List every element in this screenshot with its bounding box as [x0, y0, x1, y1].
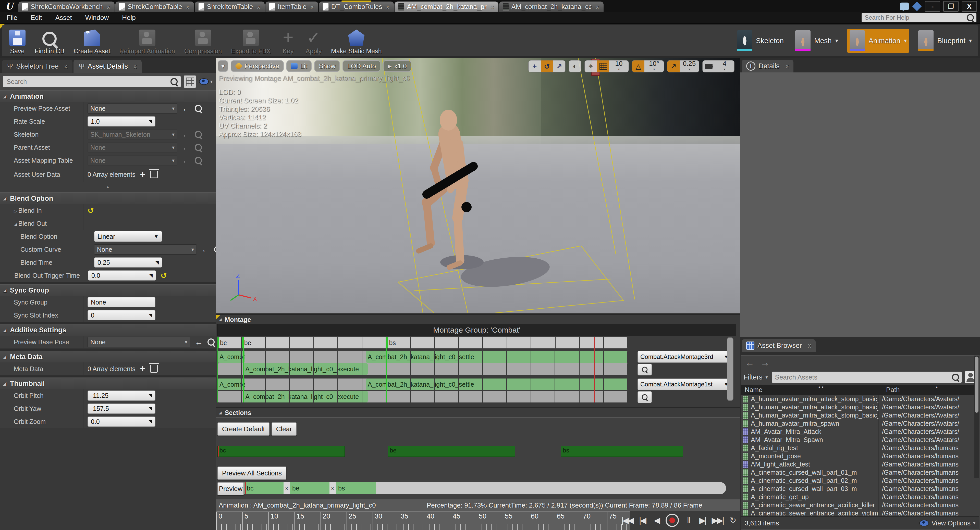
asset-row[interactable]: A_cinematic_cursed_wall_part_03_m /Game/…: [741, 485, 979, 493]
menu-item[interactable]: Edit: [24, 14, 49, 22]
toolbar-button[interactable]: Compression: [180, 27, 226, 55]
blend-time-input[interactable]: 0.25◥: [94, 257, 162, 268]
scale-tool-icon[interactable]: ↗: [553, 60, 565, 72]
back-icon[interactable]: ←: [745, 357, 754, 368]
delete-icon[interactable]: [150, 365, 158, 373]
browse-slot-icon[interactable]: [638, 391, 652, 403]
montage-segment[interactable]: A_combat_2h_katana_light_c0_settle: [366, 379, 628, 390]
column-path[interactable]: Path: [883, 386, 900, 394]
close-button[interactable]: X: [962, 1, 977, 12]
chevron-down-icon[interactable]: ▾: [969, 38, 972, 44]
chip-separator[interactable]: x: [283, 482, 290, 494]
toolbar-button[interactable]: Create Asset: [69, 27, 115, 55]
panel-tab[interactable]: Ψ Asset Details x: [73, 60, 142, 73]
asset-search-input[interactable]: [775, 373, 952, 382]
asset-row[interactable]: A_cinematic_sewer_entrance_acrifice_kill…: [741, 501, 979, 509]
montage-section-cell[interactable]: [531, 337, 555, 348]
translate-tool-icon[interactable]: +: [528, 60, 541, 72]
details-search-input[interactable]: [6, 78, 170, 86]
section-header-additive-settings[interactable]: ◢Additive Settings: [0, 324, 216, 336]
reset-to-default-icon[interactable]: ↺: [161, 271, 167, 280]
forward-icon[interactable]: →: [760, 357, 770, 368]
document-tab[interactable]: ItemTable x: [266, 2, 318, 12]
tab-close-icon[interactable]: x: [310, 3, 313, 11]
menu-item[interactable]: File: [0, 14, 24, 22]
montage-slot-row[interactable]: A_comba A_combat_2h_katana_light_c0_sett…: [218, 351, 628, 363]
asset-row[interactable]: AM_Avatar_Mitra_Spawn /Game/Characters/A…: [741, 436, 979, 444]
montage-segment[interactable]: A_combat_2h_katana_light_c0_execute: [243, 391, 368, 403]
use-selected-icon[interactable]: ←: [201, 245, 210, 254]
reset-to-default-icon[interactable]: ↺: [88, 206, 94, 215]
column-name[interactable]: Name: [741, 386, 883, 394]
tab-close-icon[interactable]: x: [386, 3, 389, 11]
preview-section-chip[interactable]: bs: [336, 482, 376, 494]
document-tab[interactable]: ShrekComboWorkbench x: [18, 2, 115, 12]
sync-slot-index-input[interactable]: 0◥: [88, 310, 156, 321]
rotation-snap-icon[interactable]: △: [632, 60, 644, 72]
add-element-icon[interactable]: +: [140, 172, 145, 177]
section-header-blend-option[interactable]: ◢Blend Option: [0, 192, 216, 204]
view-options-button[interactable]: View Options▾: [919, 519, 975, 527]
montage-section-cell[interactable]: [580, 337, 604, 348]
asset-row[interactable]: A_human_avatar_mitra_attack_stomp_basic_…: [741, 411, 979, 419]
tab-close-icon[interactable]: x: [491, 3, 494, 11]
scale-snap-value[interactable]: 0.25▾: [679, 60, 699, 72]
feedback-icon[interactable]: [900, 3, 909, 10]
filters-button[interactable]: Filters: [744, 373, 762, 381]
panel-tab[interactable]: Ψ Skeleton Tree x: [2, 60, 73, 73]
montage-section-cell[interactable]: [266, 337, 290, 348]
preview-base-pose-combo[interactable]: None▾: [88, 337, 190, 347]
montage-section-cell[interactable]: [555, 337, 580, 348]
transport-button[interactable]: [666, 514, 679, 527]
montage-segment[interactable]: A_comba: [218, 379, 245, 390]
scale-snap-icon[interactable]: ↗: [667, 60, 679, 72]
section-bar[interactable]: bc: [218, 446, 345, 457]
custom-curve-combo[interactable]: None▾: [94, 244, 197, 254]
editor-mode-button[interactable]: Skeleton: [735, 29, 786, 53]
collapse-advanced-button[interactable]: ▲: [0, 182, 216, 192]
surface-snap-icon[interactable]: ⌖: [585, 60, 597, 72]
rotate-tool-icon[interactable]: ↺: [541, 60, 553, 72]
tab-close-icon[interactable]: x: [596, 3, 599, 11]
montage-section-cell[interactable]: [314, 337, 339, 348]
create-default-button[interactable]: Create Default: [218, 422, 269, 436]
preview-section-chip[interactable]: bc: [245, 482, 285, 494]
montage-section-cell[interactable]: bs: [387, 337, 410, 348]
help-search-input[interactable]: [864, 14, 967, 21]
montage-section-cell[interactable]: [410, 337, 435, 348]
chevron-down-icon[interactable]: ▾: [835, 38, 838, 44]
tab-close-icon[interactable]: x: [134, 63, 137, 70]
montage-section-cell[interactable]: [508, 337, 531, 348]
world-local-toggle-icon[interactable]: ◐: [569, 60, 581, 72]
clear-button[interactable]: Clear: [272, 422, 297, 436]
montage-section-cell[interactable]: [459, 337, 483, 348]
montage-section-cell[interactable]: [604, 337, 628, 348]
montage-segment[interactable]: A_combat_2h_katana_light_c0_execute: [243, 363, 368, 375]
preview-pose-asset-combo[interactable]: None▾: [88, 103, 177, 114]
tab-asset-browser[interactable]: Asset Browser x: [741, 339, 816, 352]
asset-row[interactable]: AM_Avatar_Mitra_Attack /Game/Characters/…: [741, 427, 979, 436]
tab-close-icon[interactable]: x: [257, 3, 260, 11]
grid-snap-icon[interactable]: [597, 60, 609, 72]
preview-all-sections-button[interactable]: Preview All Sections: [218, 467, 286, 480]
toolbar-button[interactable]: Key: [275, 27, 301, 55]
tab-close-icon[interactable]: x: [64, 63, 67, 70]
browse-icon[interactable]: [207, 338, 215, 346]
section-bar[interactable]: bs: [561, 446, 683, 457]
montage-segment[interactable]: A_comba: [218, 351, 245, 363]
section-header-meta-data[interactable]: ◢Meta Data: [0, 351, 216, 362]
show-menu-button[interactable]: Show: [314, 60, 340, 72]
perspective-button[interactable]: Perspective: [231, 60, 284, 72]
rate-scale-input[interactable]: 1.0◥: [88, 116, 156, 127]
use-selected-icon[interactable]: ←: [195, 338, 203, 347]
orbit-pitch-input[interactable]: -11.25◥: [88, 390, 156, 401]
blend-out-trigger-time-input[interactable]: 0.0◥: [88, 270, 156, 281]
tab-close-icon[interactable]: x: [786, 62, 789, 70]
delete-icon[interactable]: [150, 171, 158, 178]
sections-header[interactable]: ◢Sections: [216, 407, 740, 417]
asset-row[interactable]: A_facial_rig_test /Game/Characters/human…: [741, 444, 979, 452]
montage-slot-row[interactable]: A_comba A_combat_2h_katana_light_c0_sett…: [218, 379, 628, 390]
transport-button[interactable]: ▶▶|: [711, 514, 723, 526]
viewport-options-menu[interactable]: ▾: [218, 60, 228, 72]
editor-mode-button[interactable]: Animation ▾: [847, 29, 909, 53]
